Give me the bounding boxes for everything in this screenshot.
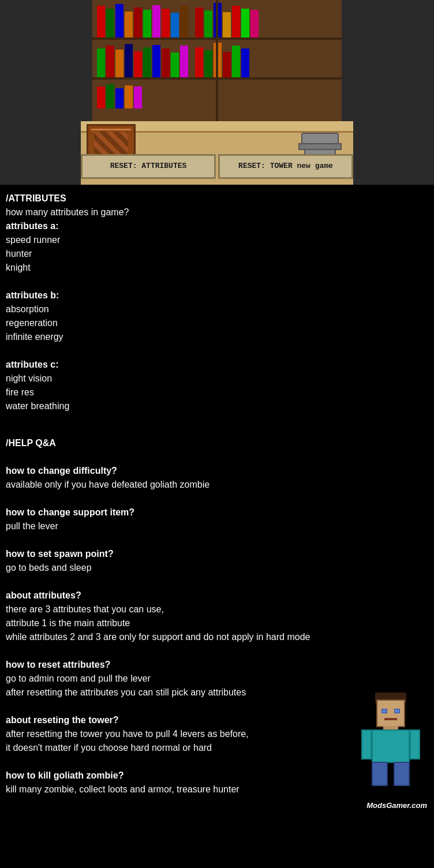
- attr-night-vision: night vision: [6, 372, 428, 386]
- attr-hunter: hunter: [6, 247, 428, 261]
- help-a2: pull the lever: [6, 519, 428, 533]
- attr-absorption: absorption: [6, 302, 428, 316]
- game-screenshot: RESET: ATTRIBUTES RESET: TOWER new game: [0, 0, 434, 185]
- attr-speed-runner: speed runner: [6, 233, 428, 247]
- help-a4-line1: there are 3 attributes that you can use,: [6, 603, 428, 616]
- minecraft-character: [359, 693, 422, 779]
- help-a7: kill many zombie, collect loots and armo…: [6, 784, 240, 794]
- reset-tower-button[interactable]: RESET: TOWER new game: [218, 154, 353, 179]
- attributes-q1: how many attributes in game?: [6, 205, 428, 219]
- help-q2: how to change support item?: [6, 506, 428, 519]
- watermark: ModsGamer.com: [366, 800, 427, 811]
- help-a4-line3: while attributes 2 and 3 are only for su…: [6, 630, 428, 644]
- attributes-section: /ATTRIBUTES how many attributes in game?…: [6, 192, 428, 413]
- wall-right: [342, 0, 434, 185]
- help-section: /HELP Q&A how to change difficulty? avai…: [6, 436, 428, 796]
- attr-water-breathing: water breathing: [6, 399, 428, 413]
- help-a5-line1: go to admin room and pull the lever: [6, 672, 428, 686]
- attributes-title: /ATTRIBUTES: [6, 192, 428, 205]
- attributes-b-label: attributes b:: [6, 289, 428, 302]
- bookshelf: [92, 0, 342, 127]
- reset-buttons-area: RESET: ATTRIBUTES RESET: TOWER new game: [81, 154, 353, 179]
- attr-infinite-energy: infinite energy: [6, 330, 428, 344]
- help-q3: how to set spawn point?: [6, 547, 428, 561]
- help-a1: available only if you have defeated goli…: [6, 478, 428, 492]
- main-content: /ATTRIBUTES how many attributes in game?…: [0, 185, 434, 831]
- help-a4-line2: attribute 1 is the main attribute: [6, 616, 428, 630]
- attr-regeneration: regeneration: [6, 316, 428, 330]
- attr-fire-res: fire res: [6, 386, 428, 399]
- help-title: /HELP Q&A: [6, 436, 428, 450]
- help-a3: go to beds and sleep: [6, 561, 428, 575]
- help-q1: how to change difficulty?: [6, 464, 428, 478]
- help-q5: how to reset attributes?: [6, 658, 428, 672]
- attributes-a-label: attributes a:: [6, 219, 428, 233]
- attr-knight: knight: [6, 261, 428, 275]
- help-q4: about attributes?: [6, 589, 428, 603]
- reset-attributes-button[interactable]: RESET: ATTRIBUTES: [81, 154, 216, 179]
- wall-left: [0, 0, 92, 185]
- attributes-c-label: attributes c:: [6, 358, 428, 372]
